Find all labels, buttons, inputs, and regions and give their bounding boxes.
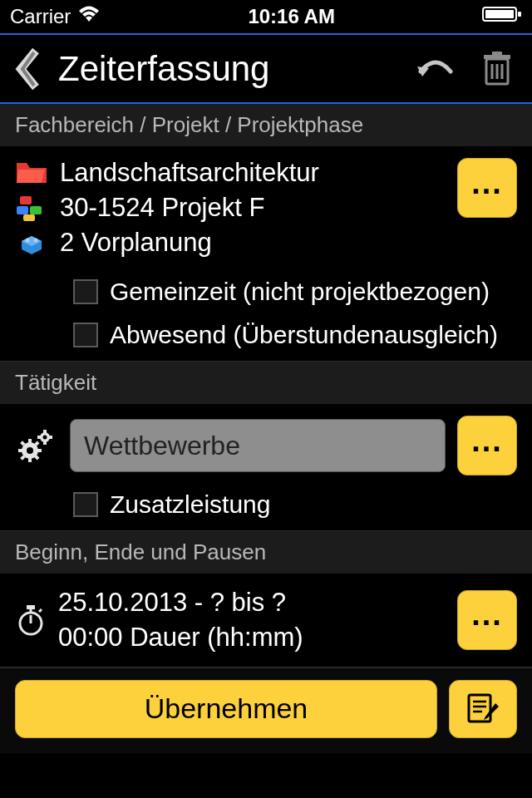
- undo-icon: [416, 57, 456, 81]
- svg-point-14: [34, 239, 38, 243]
- status-bar: Carrier 10:16 AM: [0, 0, 532, 33]
- svg-rect-33: [27, 605, 35, 609]
- time-line-2: 00:00 Dauer (hh:mm): [58, 620, 446, 655]
- svg-rect-28: [37, 436, 41, 439]
- svg-rect-1: [485, 10, 514, 18]
- checkbox-icon[interactable]: [73, 279, 98, 304]
- brick-icon: [15, 228, 48, 258]
- section-header-time: Beginn, Ende und Pausen: [0, 531, 532, 574]
- department-row: Landschaftsarchitektur: [15, 158, 446, 188]
- undo-button[interactable]: [412, 46, 459, 92]
- section-header-activity: Tätigkeit: [0, 362, 532, 404]
- svg-rect-9: [20, 196, 32, 204]
- section-body-time: 25.10.2013 - ? bis ? 00:00 Dauer (hh:mm)…: [0, 574, 532, 667]
- svg-rect-11: [30, 206, 42, 214]
- edit-note-button[interactable]: [449, 680, 517, 738]
- section-body-project: Landschaftsarchitektur 30-1524 Projekt F: [0, 146, 532, 362]
- gears-icon: [15, 427, 58, 464]
- svg-rect-29: [49, 436, 52, 439]
- phase-label: 2 Vorplanung: [60, 228, 212, 258]
- section-header-project: Fachbereich / Projekt / Projektphase: [0, 104, 532, 146]
- checkbox-common-time[interactable]: Gemeinzeit (nicht projektbezogen): [73, 278, 517, 306]
- svg-point-13: [26, 239, 30, 243]
- checkbox-icon[interactable]: [73, 492, 98, 517]
- folder-icon: [15, 158, 48, 188]
- bricks-icon: [15, 193, 48, 223]
- checkbox-absent[interactable]: Abwesend (Überstundenausgleich): [73, 321, 517, 349]
- checkbox-additional-label: Zusatzleistung: [110, 490, 270, 519]
- phase-row: 2 Vorplanung: [15, 228, 446, 258]
- wifi-icon: [77, 5, 101, 28]
- stopwatch-icon: [15, 603, 47, 637]
- svg-rect-17: [28, 457, 32, 462]
- svg-rect-8: [492, 52, 502, 56]
- project-more-button[interactable]: ...: [457, 158, 517, 218]
- delete-button[interactable]: [474, 46, 520, 92]
- carrier-label: Carrier: [10, 5, 71, 28]
- project-label: 30-1524 Projekt F: [60, 193, 264, 223]
- nav-bar: Zeiterfassung: [0, 33, 532, 104]
- svg-rect-12: [23, 214, 35, 221]
- note-edit-icon: [466, 692, 500, 727]
- svg-point-24: [27, 447, 33, 454]
- chevron-left-icon: [14, 47, 41, 91]
- svg-rect-18: [18, 449, 23, 452]
- action-bar: Übernehmen: [0, 667, 532, 753]
- battery-icon: [482, 5, 522, 28]
- status-left: Carrier: [10, 5, 101, 28]
- svg-rect-27: [43, 441, 47, 445]
- activity-input[interactable]: [70, 419, 446, 472]
- checkbox-absent-label: Abwesend (Überstundenausgleich): [110, 321, 498, 349]
- checkbox-common-label: Gemeinzeit (nicht projektbezogen): [110, 278, 490, 306]
- trash-icon: [481, 51, 513, 87]
- svg-rect-16: [28, 439, 32, 444]
- svg-rect-26: [43, 430, 47, 433]
- submit-button[interactable]: Übernehmen: [15, 680, 437, 738]
- svg-rect-10: [17, 206, 28, 214]
- section-body-activity: ... Zusatzleistung: [0, 404, 532, 531]
- svg-rect-19: [37, 449, 42, 452]
- status-time: 10:16 AM: [248, 5, 334, 28]
- page-title: Zeiterfassung: [58, 49, 397, 89]
- activity-more-button[interactable]: ...: [457, 416, 517, 475]
- back-button[interactable]: [12, 44, 43, 94]
- department-label: Landschaftsarchitektur: [60, 158, 319, 188]
- svg-point-30: [43, 436, 47, 440]
- checkbox-additional[interactable]: Zusatzleistung: [73, 490, 517, 519]
- time-line-1: 25.10.2013 - ? bis ?: [58, 585, 446, 620]
- checkbox-icon[interactable]: [73, 323, 98, 347]
- project-row: 30-1524 Projekt F: [15, 193, 446, 223]
- submit-label: Übernehmen: [145, 692, 308, 725]
- svg-rect-2: [518, 12, 521, 17]
- svg-line-35: [39, 609, 42, 612]
- time-more-button[interactable]: ...: [457, 590, 517, 650]
